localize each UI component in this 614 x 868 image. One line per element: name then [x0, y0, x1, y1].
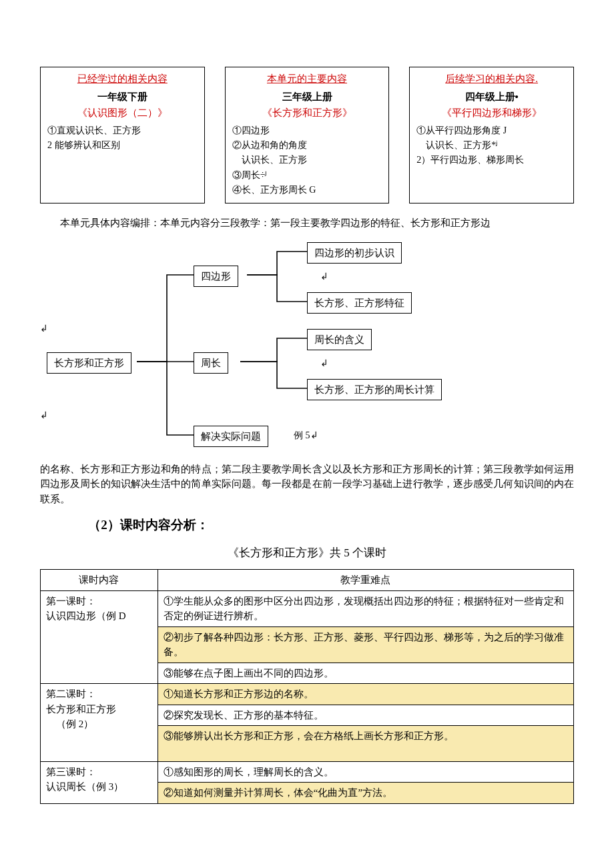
th-points: 教学重难点 — [158, 570, 573, 591]
prior-item-1: ①直观认识长、正方形 — [47, 123, 198, 138]
knowledge-progression-boxes: 已经学过的相关内容 一年级下册 《认识图形（二）》 ①直观认识长、正方形 2 能… — [40, 67, 574, 203]
table-header-row: 课时内容 教学重难点 — [41, 570, 574, 591]
l1-line3: 认识四边形（例 D — [46, 608, 152, 624]
current-item-1: ①四边形 — [232, 123, 382, 138]
lesson-2-point-1: ①知道长方形和正方形边的名称。 — [158, 684, 573, 705]
return-mark-4: ↲ — [40, 408, 48, 422]
lesson-1-point-1: ①学生能从众多的图形中区分出四边形，发现概括出四边形的特征；根据特征对一些肯定和… — [158, 590, 573, 626]
leaf-perimeter-calc: 长方形、正方形的周长计算 — [307, 379, 442, 401]
prior-grade: 一年级下册 — [47, 89, 198, 105]
current-item-2: ②从边和角的角度 — [232, 138, 382, 153]
return-mark-2: ↲ — [320, 356, 328, 370]
l3-line2: 认识周长（例 3） — [46, 779, 152, 795]
leaf-rect-square-features: 长方形、正方形特征 — [307, 292, 412, 314]
lesson-2-point-3: ③能够辨认出长方形和正方形，会在方格纸上画长方形和正方形。 — [158, 726, 573, 762]
current-item-5: ④长、正方形周长 G — [232, 183, 382, 197]
future-head: 后续学习的相关内容. — [416, 71, 567, 87]
future-item-1: ①从平行四边形角度 J — [416, 123, 567, 138]
lesson-table: 课时内容 教学重难点 第一课时： 认识四边形（例 D ①学生能从众多的图形中区分… — [40, 569, 574, 804]
future-item-2: 认识长、正方形*ʲ — [416, 138, 567, 153]
note-example-5: 例 5↲ — [294, 428, 318, 442]
l2-line2: 长方形和正方形 — [46, 702, 152, 717]
lesson-1-point-3: ③能够在点子图上画出不同的四边形。 — [158, 663, 573, 684]
l2-line3: （例 2） — [46, 717, 152, 732]
table-row: 第二课时： 长方形和正方形 （例 2） ①知道长方形和正方形边的名称。 — [41, 684, 574, 705]
current-item-3: 认识长、正方形 — [232, 153, 382, 167]
current-book: 《长方形和正方形》 — [232, 105, 382, 121]
future-book: 《平行四边形和梯形》 — [416, 105, 567, 121]
l2-line1: 第二课时： — [46, 687, 152, 702]
lesson-3-title: 第三课时： 认识周长（例 3） — [41, 761, 158, 803]
return-mark-1: ↲ — [320, 270, 328, 284]
lesson-1-title: 第一课时： 认识四边形（例 D — [41, 590, 158, 684]
l1-line1: 第一课时： — [46, 594, 152, 609]
prior-book: 《认识图形（二）》 — [47, 105, 198, 121]
table-row: 第一课时： 认识四边形（例 D ①学生能从众多的图形中区分出四边形，发现概括出四… — [41, 590, 574, 626]
th-lesson: 课时内容 — [41, 570, 158, 591]
lesson-3-point-1: ①感知图形的周长，理解周长的含义。 — [158, 761, 573, 783]
lesson-2-title: 第二课时： 长方形和正方形 （例 2） — [41, 684, 158, 762]
prior-knowledge-box: 已经学过的相关内容 一年级下册 《认识图形（二）》 ①直观认识长、正方形 2 能… — [40, 67, 205, 203]
intro-paragraph-1: 本单元具体内容编排：本单元内容分三段教学：第一段主要教学四边形的特征、长方形和正… — [40, 215, 574, 231]
current-item-4: ③周长÷ᴶ — [232, 168, 382, 183]
lesson-2-point-2: ②探究发现长、正方形的基本特征。 — [158, 705, 573, 726]
leaf-quad-intro: 四边形的初步认识 — [307, 242, 402, 264]
leaf-perimeter-meaning: 周长的含义 — [307, 329, 372, 351]
future-knowledge-box: 后续学习的相关内容. 四年级上册• 《平行四边形和梯形》 ①从平行四边形角度 J… — [409, 67, 574, 203]
current-grade: 三年级上册 — [232, 89, 382, 105]
prior-head: 已经学过的相关内容 — [47, 71, 198, 87]
future-grade: 四年级上册• — [416, 89, 567, 105]
table-title: 《长方形和正方形》共 5 个课时 — [40, 544, 574, 562]
node-root: 长方形和正方形 — [47, 352, 131, 374]
lesson-1-point-2: ②初步了解各种四边形：长方形、正方形、菱形、平行四边形、梯形等，为之后的学习做准… — [158, 626, 573, 663]
current-head: 本单元的主要内容 — [232, 71, 382, 87]
section-heading: （2）课时内容分析： — [40, 516, 574, 535]
current-unit-box: 本单元的主要内容 三年级上册 《长方形和正方形》 ①四边形 ②从边和角的角度 认… — [225, 67, 390, 203]
l3-line1: 第三课时： — [46, 765, 152, 780]
unit-structure-diagram: 长方形和正方形 四边形 周长 解决实际问题 四边形的初步认识 长方形、正方形特征… — [40, 235, 574, 455]
table-row: 第三课时： 认识周长（例 3） ①感知图形的周长，理解周长的含义。 — [41, 761, 574, 783]
lesson-3-point-2: ②知道如何测量并计算周长，体会“化曲为直”方法。 — [158, 783, 573, 804]
node-quadrilateral: 四边形 — [194, 266, 238, 288]
future-item-3: 2）平行四边形、梯形周长 — [416, 153, 567, 167]
node-perimeter: 周长 — [194, 352, 228, 374]
prior-item-2: 2 能够辨认和区别 — [47, 138, 198, 153]
return-mark-3: ↲ — [40, 322, 48, 336]
node-problem-solving: 解决实际问题 — [194, 426, 268, 448]
intro-paragraph-2: 的名称、长方形和正方形边和角的特点；第二段主要教学周长含义以及长方形和正方形周长… — [40, 462, 574, 507]
